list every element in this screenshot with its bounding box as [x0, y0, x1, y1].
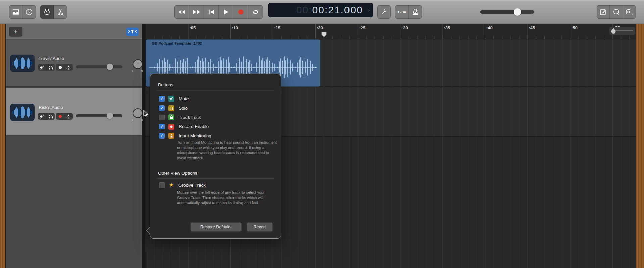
lock-icon — [168, 114, 174, 120]
volume-fill — [480, 10, 517, 14]
horizontal-zoom-slider[interactable] — [609, 27, 635, 35]
metronome-icon — [412, 8, 419, 16]
groove-track-row[interactable]: ★ Groove Track — [159, 182, 206, 188]
garageband-window: ? — [0, 0, 644, 268]
chevron-down-icon[interactable]: ⌄ — [367, 7, 370, 12]
record-enable-dot — [59, 66, 62, 69]
track-header-panel: + Travis' Audio — [6, 24, 142, 268]
tuner-button[interactable] — [377, 5, 391, 19]
input-monitoring-icon — [66, 114, 71, 119]
revert-button[interactable]: Revert — [247, 222, 273, 232]
lcd-display[interactable]: 00: 00:21.000 ⌄ — [268, 3, 373, 17]
pan-right-label: R — [141, 70, 143, 72]
popover-row-input[interactable]: Input Monitoring — [159, 132, 211, 139]
solo-checkbox[interactable] — [159, 105, 165, 111]
metronome-button[interactable] — [409, 5, 422, 19]
notepad-icon — [599, 8, 607, 16]
volume-thumb[interactable] — [107, 113, 113, 119]
scissors-icon — [57, 8, 64, 16]
editors-button[interactable] — [54, 5, 67, 19]
mute-button[interactable] — [38, 113, 46, 120]
popover-row-mute[interactable]: Mute — [159, 95, 189, 102]
ruler-ticks — [146, 36, 636, 39]
track-icon-travis — [10, 55, 35, 72]
popover-row-record[interactable]: Record Enable — [159, 123, 209, 130]
rewind-icon — [178, 9, 186, 15]
master-volume-slider[interactable] — [480, 10, 534, 14]
pan-knob[interactable] — [133, 108, 143, 118]
headphones-icon — [48, 114, 53, 119]
playhead[interactable] — [321, 32, 327, 37]
track-panel-toolbar: + — [6, 24, 142, 39]
mute-icon — [40, 65, 45, 70]
volume-thumb[interactable] — [514, 8, 521, 16]
pan-right-label: R — [141, 119, 143, 121]
popover-row-label: Input Monitoring — [179, 133, 211, 138]
solo-button[interactable] — [46, 113, 55, 120]
help-icon: ? — [25, 8, 33, 16]
audio-waveform-icon — [13, 55, 32, 72]
quick-help-button[interactable]: ? — [22, 5, 36, 19]
record-enable-button[interactable] — [56, 113, 64, 120]
volume-thumb[interactable] — [107, 64, 113, 70]
add-track-button[interactable]: + — [9, 27, 22, 37]
catch-playhead-button[interactable] — [126, 28, 139, 36]
record-icon — [168, 124, 174, 130]
time-ruler[interactable]: :05:10:15:20:25:30:35:40:45:50:55 — [146, 24, 636, 39]
groove-track-checkbox[interactable] — [159, 182, 165, 188]
cycle-button[interactable] — [248, 5, 263, 19]
track-name[interactable]: Rick's Audio — [39, 105, 63, 110]
smart-controls-button[interactable] — [40, 5, 54, 19]
record-checkbox[interactable] — [159, 124, 165, 129]
playhead-line — [324, 36, 324, 268]
input-monitoring-button[interactable] — [64, 64, 73, 71]
pan-knob[interactable] — [133, 59, 143, 69]
popover-row-label: Track Lock — [179, 115, 201, 120]
track-volume-slider[interactable] — [76, 65, 122, 68]
svg-text:♪: ♪ — [632, 12, 634, 15]
loop-icon — [612, 8, 620, 16]
count-in-button[interactable]: 1234 — [395, 5, 409, 19]
play-button[interactable] — [219, 5, 233, 19]
library-button[interactable] — [9, 5, 22, 19]
popover-row-label: Mute — [179, 96, 189, 102]
mute-checkbox[interactable] — [159, 96, 165, 102]
record-enable-button[interactable] — [56, 64, 64, 71]
track-header-rick[interactable]: Rick's Audio L R — [6, 88, 142, 136]
media-browser-button[interactable]: ♪ — [623, 5, 636, 19]
solo-button[interactable] — [46, 64, 55, 71]
track-volume-slider[interactable] — [76, 114, 122, 117]
count-in-label: 1234 — [397, 10, 406, 14]
popover-row-lock[interactable]: Track Lock — [159, 114, 201, 121]
mute-button[interactable] — [38, 64, 46, 71]
groove-track-label: Groove Track — [178, 183, 206, 188]
library-icon — [12, 8, 19, 16]
input-monitoring-button[interactable] — [64, 113, 73, 120]
track-name[interactable]: Travis' Audio — [39, 56, 64, 61]
rewind-button[interactable] — [174, 5, 189, 19]
go-to-beginning-button[interactable] — [204, 5, 219, 19]
svg-text:?: ? — [28, 10, 30, 14]
track-header-options-popover: Buttons MuteSoloTrack LockRecord EnableI… — [150, 74, 281, 239]
forward-button[interactable] — [189, 5, 204, 19]
zoom-slider-thumb[interactable] — [611, 28, 616, 34]
star-icon: ★ — [168, 182, 174, 188]
play-icon — [223, 9, 229, 15]
loop-browser-button[interactable] — [610, 5, 623, 19]
knob-icon — [43, 8, 51, 16]
track-header-travis[interactable]: Travis' Audio L R — [6, 39, 142, 87]
restore-defaults-button[interactable]: Restore Defaults — [190, 222, 241, 232]
notepad-button[interactable] — [597, 5, 610, 19]
cycle-icon — [252, 9, 259, 15]
popover-row-label: Record Enable — [179, 124, 209, 129]
record-button[interactable] — [233, 5, 248, 19]
headphones-icon — [48, 65, 53, 70]
lock-checkbox[interactable] — [159, 115, 165, 120]
input-monitoring-icon — [66, 65, 71, 70]
input-checkbox[interactable] — [159, 133, 165, 139]
popover-row-solo[interactable]: Solo — [159, 105, 188, 112]
skip-to-start-icon — [208, 9, 215, 15]
pan-left-label: L — [132, 70, 134, 72]
popover-row-label: Solo — [179, 106, 188, 111]
catch-icon — [128, 29, 137, 35]
